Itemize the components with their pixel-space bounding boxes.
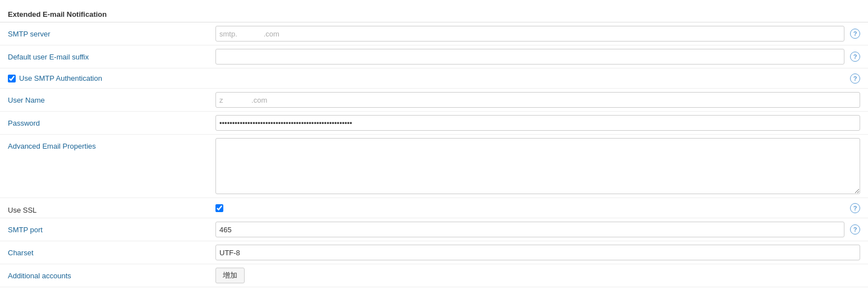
adv-props-label: Advanced Email Properties [8, 138, 215, 150]
password-label: Password [8, 115, 215, 127]
email-suffix-label: Default user E-mail suffix [8, 49, 215, 61]
adv-props-input-col [215, 138, 860, 194]
charset-row: Charset [0, 241, 868, 264]
add-account-button[interactable]: 增加 [215, 268, 245, 283]
smtp-auth-row: Use SMTP Authentication ? [0, 68, 868, 89]
password-row: Password [0, 112, 868, 135]
adv-props-row: Advanced Email Properties [0, 135, 868, 198]
smtp-server-label: SMTP server [8, 26, 215, 38]
smtp-auth-help-icon[interactable]: ? [850, 74, 860, 84]
additional-accounts-row: Additional accounts 增加 [0, 264, 868, 287]
username-input[interactable] [215, 92, 860, 108]
email-suffix-row: Default user E-mail suffix ? [0, 45, 868, 68]
smtp-port-input[interactable] [215, 222, 844, 237]
email-suffix-input-col: ? [215, 49, 860, 65]
use-ssl-input-col: ? [215, 203, 860, 213]
smtp-port-input-col: ? [215, 222, 860, 237]
charset-label: Charset [8, 245, 215, 257]
section-title: Extended E-mail Notification [0, 6, 868, 22]
smtp-auth-label: Use SMTP Authentication [19, 74, 102, 82]
adv-props-textarea[interactable] [215, 138, 860, 194]
additional-accounts-label: Additional accounts [8, 268, 215, 280]
use-ssl-row: Use SSL ? [0, 198, 868, 218]
charset-input[interactable] [215, 245, 860, 260]
password-input[interactable] [215, 115, 860, 131]
use-ssl-checkbox[interactable] [215, 204, 223, 212]
password-input-col [215, 115, 860, 131]
username-label: User Name [8, 92, 215, 104]
email-suffix-help-icon[interactable]: ? [850, 52, 860, 62]
username-input-col [215, 92, 860, 108]
smtp-port-label: SMTP port [8, 222, 215, 234]
email-suffix-input[interactable] [215, 49, 844, 65]
username-row: User Name [0, 89, 868, 112]
smtp-server-row: SMTP server ? [0, 22, 868, 45]
smtp-server-input[interactable] [215, 26, 844, 42]
smtp-port-help-icon[interactable]: ? [850, 224, 860, 235]
use-ssl-help-icon[interactable]: ? [850, 203, 860, 213]
smtp-auth-help-col: ? [215, 74, 860, 84]
smtp-auth-label-col: Use SMTP Authentication [8, 74, 215, 82]
smtp-server-help-icon[interactable]: ? [850, 29, 860, 39]
smtp-port-row: SMTP port ? [0, 218, 868, 241]
additional-accounts-input-col: 增加 [215, 268, 860, 283]
smtp-auth-checkbox[interactable] [8, 75, 16, 82]
use-ssl-label: Use SSL [8, 202, 215, 214]
charset-input-col [215, 245, 860, 260]
smtp-server-input-col: ? [215, 26, 860, 42]
